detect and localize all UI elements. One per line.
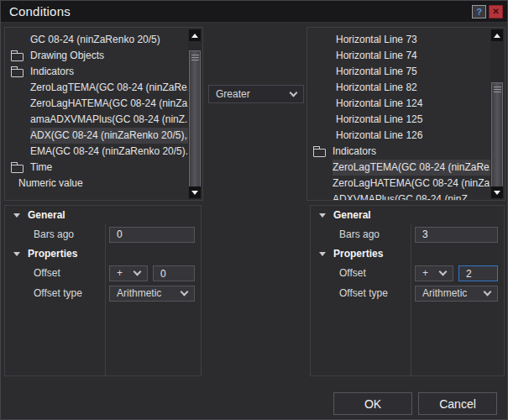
- tree-item[interactable]: amaADXVMAPlus(GC 08-24 (ninZ...: [6, 112, 188, 128]
- scrollbar-thumb[interactable]: [189, 50, 201, 187]
- collapse-triangle-icon: [13, 252, 20, 256]
- folder-icon: [11, 165, 24, 173]
- help-button[interactable]: ?: [472, 5, 486, 18]
- offset-type-label: Offset type: [339, 287, 388, 299]
- offset-label: Offset: [34, 267, 60, 279]
- operator-select[interactable]: Greater: [208, 85, 304, 103]
- scrollbar-grip-icon: [191, 55, 199, 61]
- scrollbar-thumb[interactable]: [491, 82, 503, 190]
- properties-section-header[interactable]: Properties: [5, 244, 201, 263]
- tree-item-label: Indicators: [333, 144, 490, 160]
- offset-sign-select[interactable]: +: [109, 265, 148, 281]
- collapse-triangle-icon: [13, 213, 20, 218]
- titlebar[interactable]: Conditions ? ✕: [1, 1, 507, 23]
- tree-item[interactable]: ADX(GC 08-24 (ninZaRenko 20/5),...: [6, 128, 188, 144]
- tree-item-label: ZeroLagHATEMA(GC 08-24 (ninZa...: [333, 176, 490, 192]
- offset-type-value: Arithmetic: [416, 287, 481, 299]
- tree-item-label: Indicators: [30, 64, 188, 80]
- tree-item-label: ZeroLagHATEMA(GC 08-24 (ninZa...: [30, 96, 188, 112]
- tree-item[interactable]: ZeroLagTEMA(GC 08-24 (ninZaRe...: [308, 160, 490, 176]
- tree-item-label: Horizontal Line 124: [336, 96, 490, 112]
- offset-label: Offset: [339, 267, 366, 279]
- offset-type-row: Offset type Arithmetic: [311, 283, 504, 303]
- tree-item-label: Numeric value: [18, 176, 188, 192]
- tree-item-label: Horizontal Line 82: [336, 80, 490, 96]
- offset-sign-select[interactable]: +: [415, 265, 453, 281]
- general-section-header[interactable]: General: [311, 206, 504, 224]
- section-label: Properties: [333, 248, 383, 260]
- tree-folder-item[interactable]: Drawing Objects: [6, 48, 188, 64]
- bars-ago-label: Bars ago: [339, 228, 380, 240]
- chevron-down-icon: [290, 89, 298, 97]
- right-properties-panel: General Bars ago Properties Offset +: [310, 205, 505, 376]
- collapse-triangle-icon: [319, 252, 326, 256]
- scroll-up-button[interactable]: [189, 29, 201, 41]
- cancel-button[interactable]: Cancel: [418, 392, 497, 415]
- bars-ago-row: Bars ago: [5, 224, 201, 244]
- general-section-header[interactable]: General: [5, 206, 201, 224]
- tree-item[interactable]: Horizontal Line 124: [308, 96, 490, 112]
- tree-item[interactable]: ADXVMAPlus(GC 08-24 (ninZ...: [308, 192, 490, 200]
- left-condition-list: GC 08-24 (ninZaRenko 20/5)Drawing Object…: [4, 27, 203, 201]
- tree-item-label: amaADXVMAPlus(GC 08-24 (ninZ...: [30, 112, 188, 128]
- offset-type-row: Offset type Arithmetic: [5, 283, 201, 303]
- tree-item-label: Time: [30, 160, 188, 176]
- tree-item[interactable]: Horizontal Line 73: [308, 32, 490, 48]
- window-title: Conditions: [1, 4, 71, 18]
- offset-type-select[interactable]: Arithmetic: [109, 286, 195, 302]
- left-properties-panel: General Bars ago Properties Offset +: [4, 205, 202, 376]
- offset-row: Offset +: [311, 263, 504, 283]
- tree-item-label: Horizontal Line 73: [336, 32, 490, 48]
- tree-item-label: Horizontal Line 126: [336, 128, 490, 144]
- bars-ago-label: Bars ago: [34, 228, 74, 240]
- bars-ago-input[interactable]: [415, 227, 498, 243]
- offset-value-input[interactable]: [458, 265, 498, 281]
- offset-type-label: Offset type: [34, 287, 82, 299]
- tree-item[interactable]: GC 08-24 (ninZaRenko 20/5): [6, 32, 188, 48]
- offset-value-input[interactable]: [153, 265, 195, 281]
- bars-ago-row: Bars ago: [311, 224, 504, 244]
- section-label: General: [28, 209, 65, 221]
- tree-folder-item[interactable]: Indicators: [6, 64, 188, 80]
- tree-item-label: Horizontal Line 74: [336, 48, 490, 64]
- tree-folder-item[interactable]: Indicators: [308, 144, 490, 160]
- tree-item[interactable]: ZeroLagTEMA(GC 08-24 (ninZaRe...: [6, 80, 188, 96]
- section-label: Properties: [28, 248, 77, 260]
- bars-ago-input[interactable]: [109, 227, 195, 243]
- close-icon: ✕: [492, 7, 499, 16]
- folder-icon: [11, 53, 24, 61]
- folder-icon: [11, 69, 24, 77]
- left-scrollbar[interactable]: [188, 29, 202, 199]
- offset-type-select[interactable]: Arithmetic: [415, 286, 498, 302]
- tree-item-label: GC 08-24 (ninZaRenko 20/5): [30, 32, 188, 48]
- tree-item[interactable]: Horizontal Line 125: [308, 112, 490, 128]
- offset-sign-value: +: [416, 267, 437, 279]
- help-icon: ?: [476, 7, 482, 17]
- chevron-down-icon: [439, 268, 448, 276]
- scroll-down-icon: [191, 191, 198, 195]
- tree-item[interactable]: Horizontal Line 82: [308, 80, 490, 96]
- chevron-down-icon: [181, 288, 189, 297]
- scrollbar-grip-icon: [494, 87, 501, 93]
- tree-item[interactable]: Horizontal Line 126: [308, 128, 490, 144]
- tree-item[interactable]: Numeric value: [6, 176, 188, 192]
- tree-item-label: ADXVMAPlus(GC 08-24 (ninZ...: [333, 192, 490, 200]
- tree-folder-item[interactable]: Time: [6, 160, 188, 176]
- ok-button[interactable]: OK: [333, 392, 412, 415]
- tree-item[interactable]: Horizontal Line 74: [308, 48, 490, 64]
- operator-value: Greater: [209, 88, 287, 100]
- tree-item[interactable]: EMA(GC 08-24 (ninZaRenko 20/5)...: [6, 144, 188, 160]
- tree-item-label: Horizontal Line 75: [336, 64, 490, 80]
- tree-item[interactable]: Horizontal Line 75: [308, 64, 490, 80]
- offset-sign-value: +: [110, 267, 131, 279]
- right-scrollbar[interactable]: [490, 29, 504, 199]
- scroll-up-button[interactable]: [491, 29, 503, 41]
- close-button[interactable]: ✕: [489, 5, 503, 18]
- properties-section-header[interactable]: Properties: [311, 244, 504, 263]
- right-tree-rows: Horizontal Line 73Horizontal Line 74Hori…: [308, 28, 490, 200]
- section-label: General: [333, 209, 371, 221]
- tree-item[interactable]: ZeroLagHATEMA(GC 08-24 (ninZa...: [6, 96, 188, 112]
- tree-item[interactable]: ZeroLagHATEMA(GC 08-24 (ninZa...: [308, 176, 490, 192]
- scroll-down-button[interactable]: [491, 186, 503, 198]
- scroll-down-button[interactable]: [189, 186, 201, 198]
